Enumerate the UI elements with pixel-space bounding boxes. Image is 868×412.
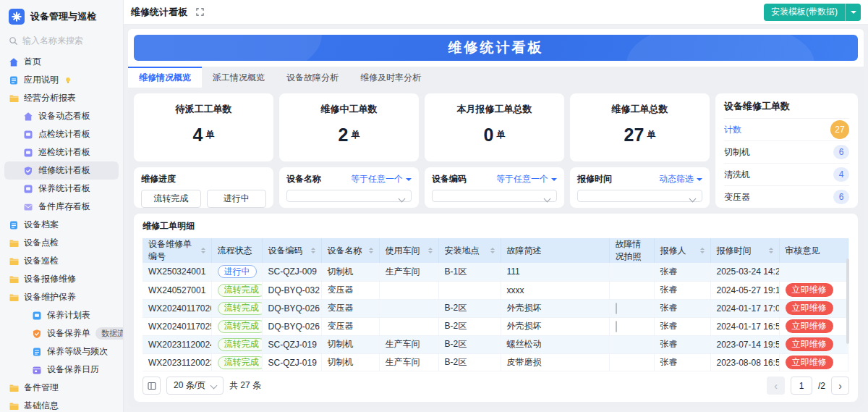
sidebar-item-10[interactable]: 设备档案 bbox=[4, 216, 119, 234]
topbar: 维修统计看板 安装模板(带数据) bbox=[124, 0, 868, 25]
sidebar-item-label: 设备档案 bbox=[24, 219, 59, 231]
next-page-button[interactable]: › bbox=[831, 377, 849, 395]
current-page-input[interactable]: 1 bbox=[791, 377, 812, 395]
device-panel-row[interactable]: 变压器6 bbox=[724, 185, 849, 208]
install-template-button[interactable]: 安装模板(带数据) bbox=[764, 4, 861, 21]
sidebar-item-5[interactable]: 点检统计看板 bbox=[4, 125, 119, 143]
repair-now-button[interactable]: 立即维修 bbox=[786, 283, 833, 297]
sidebar-item-19[interactable]: 备件管理 bbox=[4, 379, 119, 397]
tab-1[interactable]: 维修情况概览 bbox=[128, 67, 202, 88]
sort-icon[interactable] bbox=[428, 248, 433, 253]
cell-device-name: 变压器 bbox=[321, 317, 379, 335]
sidebar-item-4[interactable]: 设备动态看板 bbox=[4, 107, 119, 125]
column-header-3[interactable]: 设备编码 bbox=[262, 238, 321, 263]
device-panel-row[interactable]: 计数27 bbox=[724, 118, 849, 140]
sort-icon[interactable] bbox=[201, 248, 205, 253]
cell-reporter: 张睿 bbox=[654, 353, 710, 371]
table-title: 维修工单明细 bbox=[142, 220, 849, 232]
chevron-down-icon bbox=[210, 382, 218, 390]
install-template-dropdown[interactable] bbox=[845, 4, 861, 21]
count-badge: 27 bbox=[830, 120, 849, 139]
tab-2[interactable]: 派工情况概览 bbox=[202, 67, 276, 88]
repair-now-button[interactable]: 立即维修 bbox=[786, 301, 833, 315]
sidebar-item-9[interactable]: 备件库存看板 bbox=[4, 198, 119, 216]
stat-card-2: 维修中工单数 2单 bbox=[279, 93, 419, 161]
fault-photo-thumbnail[interactable] bbox=[616, 303, 617, 314]
sidebar-item-6[interactable]: 巡检统计看板 bbox=[4, 143, 119, 161]
sidebar-item-20[interactable]: 基础信息 bbox=[4, 397, 119, 412]
filter-operator[interactable]: 等于任意一个 bbox=[351, 173, 412, 185]
column-header-1[interactable]: 设备维修单编号 bbox=[142, 238, 211, 263]
sidebar-item-11[interactable]: 设备点检 bbox=[4, 234, 119, 252]
cell-location bbox=[438, 281, 501, 299]
stat-title: 维修中工单数 bbox=[321, 103, 378, 116]
sidebar-item-3[interactable]: 经营分析报表 bbox=[4, 89, 119, 107]
sidebar-item-2[interactable]: 应用说明 bbox=[4, 71, 119, 89]
filter-label: 维修进度 bbox=[141, 173, 176, 185]
sort-icon[interactable] bbox=[769, 248, 773, 253]
sort-icon[interactable] bbox=[369, 248, 373, 253]
column-header-4[interactable]: 设备名称 bbox=[321, 238, 379, 263]
cell-device-name: 切制机 bbox=[321, 263, 379, 281]
tab-3[interactable]: 设备故障分析 bbox=[276, 67, 349, 88]
repair-now-button[interactable]: 立即维修 bbox=[786, 337, 833, 351]
cell-status: 流转完成 bbox=[211, 299, 262, 317]
cell-device-code: SC-QZJ-019 bbox=[262, 353, 321, 371]
filter-select[interactable] bbox=[286, 190, 412, 202]
total-count: 共 27 条 bbox=[229, 379, 261, 392]
fault-photo-thumbnail[interactable] bbox=[616, 321, 617, 332]
tab-4[interactable]: 维修及时率分析 bbox=[349, 67, 432, 88]
cell-reporter: 张睿 bbox=[654, 317, 710, 335]
table-row: WX20231120023流转完成SC-QZJ-019切制机生产车间B-2区皮带… bbox=[142, 353, 848, 371]
page-size-select[interactable]: 20 条/页 bbox=[166, 377, 224, 395]
filter-select[interactable] bbox=[432, 190, 557, 202]
sidebar-item-13[interactable]: 设备报修维修 bbox=[4, 270, 119, 288]
sort-icon[interactable] bbox=[311, 248, 315, 253]
sidebar-nav: 首页应用说明经营分析报表设备动态看板点检统计看板巡检统计看板维修统计看板保养统计… bbox=[0, 51, 123, 412]
column-header-5[interactable]: 使用车间 bbox=[379, 238, 438, 263]
device-panel-row[interactable]: 切制机6 bbox=[724, 140, 849, 163]
fullscreen-icon[interactable] bbox=[196, 8, 204, 16]
table-vertical-scrollbar[interactable] bbox=[846, 258, 849, 344]
column-settings-button[interactable] bbox=[142, 377, 161, 395]
sidebar-item-17[interactable]: 保养等级与频次 bbox=[4, 342, 119, 361]
sidebar-item-label: 设备维护保养 bbox=[24, 291, 76, 303]
filter-label: 设备编码 bbox=[432, 173, 467, 185]
sidebar-item-7[interactable]: 维修统计看板 bbox=[4, 161, 119, 180]
repair-now-button[interactable]: 立即维修 bbox=[786, 356, 833, 369]
sidebar-item-18[interactable]: 设备保养日历 bbox=[4, 361, 119, 379]
sidebar-item-label: 点检统计看板 bbox=[38, 128, 90, 140]
stat-card-3: 本月报修工单总数 0单 bbox=[425, 93, 564, 161]
sidebar-item-16[interactable]: 设备保养单数据流 bbox=[4, 324, 119, 342]
cell-status: 流转完成 bbox=[211, 317, 262, 335]
sort-icon[interactable] bbox=[700, 248, 705, 253]
filter-operator[interactable]: 等于任意一个 bbox=[496, 173, 557, 185]
sidebar-item-1[interactable]: 首页 bbox=[4, 53, 119, 71]
cell-device-code: SC-QZJ-009 bbox=[262, 263, 321, 281]
dashboard-banner: 维修统计看板 bbox=[134, 35, 858, 61]
column-header-9[interactable]: 报修人 bbox=[654, 238, 710, 263]
install-template-label[interactable]: 安装模板(带数据) bbox=[764, 4, 845, 21]
cell-workshop: 生产车间 bbox=[379, 263, 438, 281]
column-header-10[interactable]: 报修时间 bbox=[710, 238, 779, 263]
sidebar-search-input[interactable]: 输入名称来搜索 bbox=[0, 29, 123, 51]
sidebar-item-15[interactable]: 保养计划表 bbox=[4, 306, 119, 324]
device-panel-row[interactable]: 清洗机4 bbox=[724, 163, 849, 185]
status-badge: 流转完成 bbox=[218, 302, 263, 315]
sort-icon[interactable] bbox=[490, 248, 495, 253]
column-header-6[interactable]: 安装地点 bbox=[438, 238, 501, 263]
cell-fault-photo bbox=[609, 353, 654, 371]
home-blue-icon bbox=[9, 57, 19, 67]
stats-filter-grid: 待派工工单数 4单维修中工单数 2单本月报修工单总数 0单维修工单总数 27单维… bbox=[128, 88, 864, 214]
filter-select[interactable] bbox=[577, 190, 702, 202]
filter-operator[interactable]: 动态筛选 bbox=[659, 173, 702, 185]
filter-option-complete[interactable]: 流转完成 bbox=[141, 190, 201, 208]
sidebar-item-12[interactable]: 设备巡检 bbox=[4, 252, 119, 270]
sidebar-item-14[interactable]: 设备维护保养 bbox=[4, 288, 119, 306]
tab-bar: 维修情况概览派工情况概览设备故障分析维修及时率分析 bbox=[128, 67, 864, 88]
repair-now-button[interactable]: 立即维修 bbox=[786, 319, 833, 333]
sidebar-item-8[interactable]: 保养统计看板 bbox=[4, 180, 119, 198]
filter-option-inprogress[interactable]: 进行中 bbox=[207, 190, 267, 208]
chevron-down-icon bbox=[544, 196, 551, 203]
prev-page-button[interactable]: ‹ bbox=[767, 377, 785, 395]
